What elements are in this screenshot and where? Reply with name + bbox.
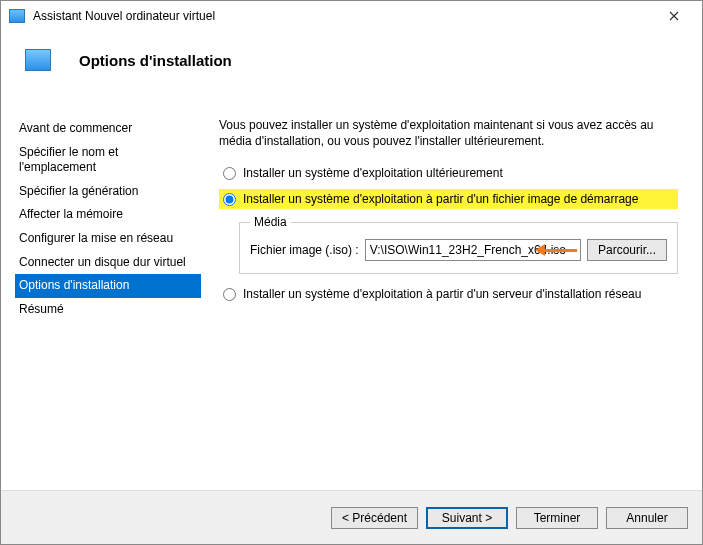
wizard-steps: Avant de commencer Spécifier le nom et l… xyxy=(15,101,201,490)
media-legend: Média xyxy=(250,215,291,229)
step-memory[interactable]: Affecter la mémoire xyxy=(15,203,201,227)
step-summary[interactable]: Résumé xyxy=(15,298,201,322)
close-button[interactable] xyxy=(654,2,694,30)
step-install-options[interactable]: Options d'installation xyxy=(15,274,201,298)
radio-install-image[interactable] xyxy=(223,193,236,206)
wizard-icon xyxy=(25,49,51,71)
option-install-later-label: Installer un système d'exploitation ulté… xyxy=(243,166,503,180)
media-group: Média Fichier image (.iso) : Parcourir..… xyxy=(239,215,678,274)
intro-text: Vous pouvez installer un système d'explo… xyxy=(219,117,678,149)
page-title: Options d'installation xyxy=(79,52,232,69)
cancel-button[interactable]: Annuler xyxy=(606,507,688,529)
radio-install-later[interactable] xyxy=(223,167,236,180)
wizard-body: Avant de commencer Spécifier le nom et l… xyxy=(1,101,702,490)
option-install-network-label: Installer un système d'exploitation à pa… xyxy=(243,287,641,301)
option-install-image[interactable]: Installer un système d'exploitation à pa… xyxy=(219,189,678,209)
step-name-location[interactable]: Spécifier le nom et l'emplacement xyxy=(15,141,201,180)
wizard-content: Vous pouvez installer un système d'explo… xyxy=(201,101,688,490)
step-generation[interactable]: Spécifier la génération xyxy=(15,180,201,204)
step-vhd[interactable]: Connecter un disque dur virtuel xyxy=(15,251,201,275)
option-install-image-label: Installer un système d'exploitation à pa… xyxy=(243,192,638,206)
window-title: Assistant Nouvel ordinateur virtuel xyxy=(33,9,654,23)
option-install-later[interactable]: Installer un système d'exploitation ulté… xyxy=(219,163,678,183)
close-icon xyxy=(669,11,679,21)
wizard-footer: < Précédent Suivant > Terminer Annuler xyxy=(1,490,702,544)
radio-install-network[interactable] xyxy=(223,288,236,301)
titlebar: Assistant Nouvel ordinateur virtuel xyxy=(1,1,702,31)
iso-path-input[interactable] xyxy=(365,239,581,261)
previous-button[interactable]: < Précédent xyxy=(331,507,418,529)
finish-button[interactable]: Terminer xyxy=(516,507,598,529)
step-networking[interactable]: Configurer la mise en réseau xyxy=(15,227,201,251)
next-button[interactable]: Suivant > xyxy=(426,507,508,529)
wizard-header: Options d'installation xyxy=(1,31,702,85)
option-install-network[interactable]: Installer un système d'exploitation à pa… xyxy=(219,284,678,304)
iso-label: Fichier image (.iso) : xyxy=(250,243,359,257)
app-icon xyxy=(9,9,25,23)
step-before-begin[interactable]: Avant de commencer xyxy=(15,117,201,141)
browse-button[interactable]: Parcourir... xyxy=(587,239,667,261)
